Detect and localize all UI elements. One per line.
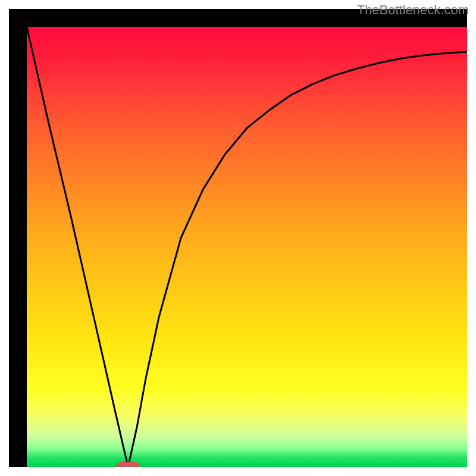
watermark-text: TheBottleneck.com (357, 2, 469, 18)
optimal-marker (116, 462, 140, 467)
chart-container: TheBottleneck.com (0, 0, 476, 476)
bottleneck-curve (27, 27, 467, 467)
plot-area (27, 27, 467, 467)
chart-frame (9, 9, 467, 467)
